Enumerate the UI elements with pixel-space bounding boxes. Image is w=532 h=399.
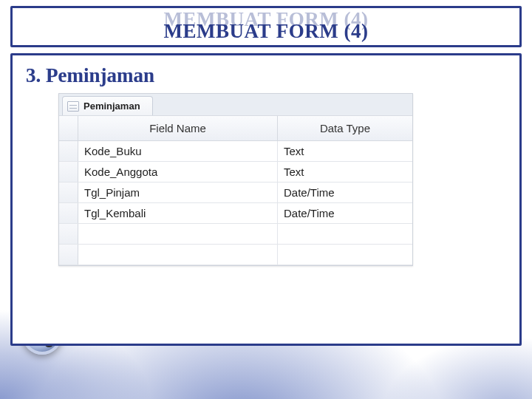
row-selector[interactable]	[59, 183, 78, 202]
access-tab-label: Peminjaman	[83, 100, 140, 112]
table-row-empty[interactable]	[59, 245, 412, 265]
access-table-design-view: Peminjaman Field Name Data Type Kode_Buk…	[58, 93, 413, 266]
access-tab[interactable]: Peminjaman	[62, 96, 153, 115]
row-selector[interactable]	[59, 141, 78, 161]
field-name-cell[interactable]	[78, 245, 278, 265]
slide-title: MEMBUAT FORM (4)	[164, 20, 369, 43]
table-row[interactable]: Tgl_Kembali Date/Time	[59, 203, 412, 224]
data-type-cell[interactable]: Text	[278, 141, 412, 161]
field-name-cell[interactable]: Tgl_Kembali	[78, 203, 278, 223]
data-type-cell[interactable]	[278, 245, 412, 265]
grid-header-row: Field Name Data Type	[59, 116, 412, 141]
field-name-cell[interactable]: Kode_Buku	[78, 141, 278, 161]
access-tab-strip: Peminjaman	[59, 94, 412, 116]
row-selector-header	[59, 116, 78, 140]
row-selector[interactable]	[59, 203, 78, 223]
table-icon	[67, 101, 79, 112]
access-field-grid: Field Name Data Type Kode_Buku Text Kode…	[59, 116, 412, 265]
section-heading: 3. Peminjaman	[26, 64, 506, 87]
table-row[interactable]: Tgl_Pinjam Date/Time	[59, 183, 412, 203]
data-type-cell[interactable]: Date/Time	[278, 203, 412, 223]
table-row[interactable]: Kode_Buku Text	[59, 141, 412, 162]
row-selector[interactable]	[59, 245, 78, 265]
title-bar: MEMBUAT FORM (4) MEMBUAT FORM (4)	[10, 6, 522, 47]
column-header-data-type: Data Type	[278, 116, 412, 140]
table-row[interactable]: Kode_Anggota Text	[59, 162, 412, 183]
field-name-cell[interactable]	[78, 224, 278, 244]
row-selector[interactable]	[59, 224, 78, 244]
field-name-cell[interactable]: Kode_Anggota	[78, 162, 278, 182]
row-selector[interactable]	[59, 162, 78, 182]
data-type-cell[interactable]	[278, 224, 412, 244]
content-panel: 3. Peminjaman Peminjaman Field Name Data…	[10, 53, 522, 346]
table-row-empty[interactable]	[59, 224, 412, 245]
data-type-cell[interactable]: Date/Time	[278, 183, 412, 202]
data-type-cell[interactable]: Text	[278, 162, 412, 182]
field-name-cell[interactable]: Tgl_Pinjam	[78, 183, 278, 202]
column-header-field-name: Field Name	[78, 116, 278, 140]
